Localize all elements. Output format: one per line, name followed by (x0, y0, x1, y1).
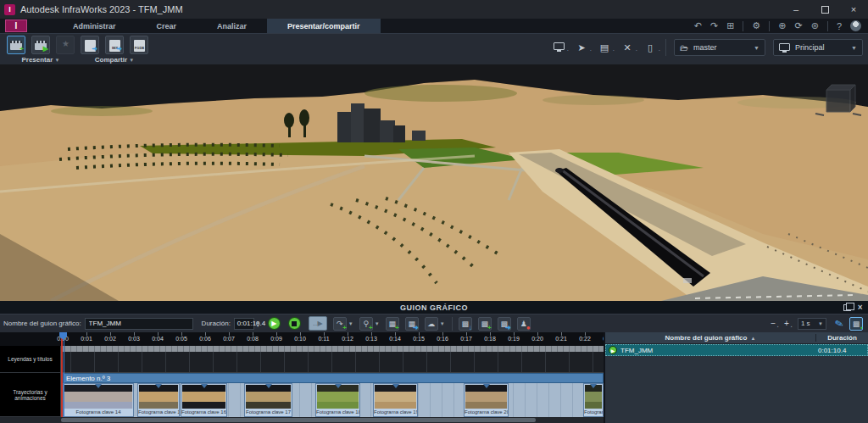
float-panel-icon[interactable] (843, 304, 851, 311)
weather-effect-button[interactable]: ☁ (425, 317, 438, 331)
playhead-red-line[interactable] (61, 332, 63, 417)
tab-administrar[interactable]: Administrar (53, 19, 136, 33)
add-camera-path-button[interactable]: ↷+ (333, 317, 347, 331)
select-cursor-icon[interactable]: ➤ (574, 42, 589, 53)
utilities-tools-icon[interactable]: ✕ (620, 42, 635, 53)
user-avatar[interactable] (850, 20, 861, 31)
layout-windows-icon[interactable]: ⊞ (726, 20, 734, 31)
import-storyboard-button[interactable]: ▩↓ (459, 317, 472, 331)
storyboard-list-row[interactable]: ▶ TFM_JMM 0:01:10.4 (605, 344, 868, 356)
hill-vegetation (51, 106, 153, 116)
keyframe-strip[interactable]: Fotograma clave 14Fotograma clave 15Foto… (63, 383, 604, 417)
keyframe-marker-icon[interactable] (335, 384, 342, 388)
add-keyframe-button[interactable]: ▦+ (386, 317, 399, 331)
preview-play-button-disabled[interactable]: ‥▶ (309, 316, 327, 331)
keyframe-thumbnail[interactable]: Fotograma clave 18 (315, 383, 360, 417)
element-bar[interactable]: Elemento n.º 3 (63, 373, 604, 383)
redo-icon[interactable]: ↷ (710, 20, 718, 31)
settings-gear-icon[interactable]: ⚙ (752, 20, 760, 31)
window-title: Autodesk InfraWorks 2023 - TFM_JMM (20, 4, 183, 14)
list-header-duration[interactable]: Duración (815, 334, 868, 342)
play-presentation-button[interactable]: ▶ (31, 36, 50, 54)
measure-ruler-icon[interactable]: ▤ (597, 42, 612, 53)
export-storyboard-button[interactable]: ▩➜ (498, 317, 511, 331)
duration-input[interactable]: 0:01:10.4 (234, 318, 254, 330)
export-imx-button[interactable]: IMX➜ (105, 36, 124, 54)
timeline-ruler[interactable]: 0:000:010:020:030:040:050:060:070:080:09… (0, 332, 604, 346)
infraworks-app: I Autodesk InfraWorks 2023 - TFM_JMM – ×… (0, 0, 868, 423)
track-legends[interactable] (0, 352, 604, 373)
tab-analizar[interactable]: Analizar (197, 19, 267, 33)
keyframe-marker-icon[interactable] (392, 384, 399, 388)
keyframe-marker-icon[interactable] (155, 384, 162, 388)
keyframe-thumbnail[interactable]: Fotograma clave 16 (181, 383, 227, 417)
go-to-keyframe-button[interactable]: ▦➜ (405, 317, 419, 331)
create-storyboard-button[interactable]: + (7, 36, 25, 54)
close-button[interactable]: × (839, 0, 868, 19)
track-animations[interactable]: Elemento n.º 3 Fotograma clave 14Fotogra… (0, 373, 604, 417)
chevron-down-icon[interactable]: ▼ (440, 321, 445, 326)
keyframe-thumbnail[interactable]: Fotograma clave 19 (373, 383, 418, 417)
play-storyboard-button[interactable]: ▶ (268, 317, 281, 330)
viewport-settings-icon[interactable] (551, 42, 566, 53)
keyframe-marker-icon[interactable] (95, 384, 102, 388)
storyboard-view-toggle[interactable]: ▩▪ (849, 317, 863, 331)
keyframe-thumbnail[interactable]: Fotograma clave 15 (137, 383, 180, 417)
keyframe-thumbnail[interactable]: Fotograma clave 21 (583, 383, 604, 417)
snapshot-button[interactable]: ★ (56, 36, 75, 54)
export-fgdb-button[interactable]: FGDB (130, 36, 148, 54)
chevron-down-icon: ▼ (55, 58, 60, 63)
list-header-name[interactable]: Nombre del guion gráfico▲ (605, 334, 815, 342)
keyframe-thumbnail[interactable]: Fotograma clave 14 (63, 383, 134, 417)
arrow-badge: ➜ (413, 325, 419, 331)
keyframe-marker-icon[interactable] (590, 384, 597, 388)
timeline[interactable]: 0:000:010:020:030:040:050:060:070:080:09… (0, 332, 604, 423)
timeline-scrollbar[interactable] (0, 417, 604, 423)
add-storyboard-button[interactable]: ▩+ (478, 317, 492, 331)
time-unit-dropdown[interactable]: 1 s▼ (798, 318, 826, 330)
view-dropdown[interactable]: Principal ▼ (773, 39, 863, 56)
render-brush-icon[interactable]: ✎ (833, 316, 844, 330)
presentar-group-label[interactable]: Presentar ▼ (7, 56, 75, 64)
scrollbar-thumb[interactable] (61, 418, 536, 422)
help-icon[interactable]: ? (837, 21, 842, 31)
proposal-dropdown[interactable]: 🗁 master ▼ (674, 39, 765, 56)
chevron-down-icon[interactable]: ▼ (375, 321, 380, 326)
maximize-button[interactable] (810, 0, 839, 19)
keyframe-marker-icon[interactable] (265, 384, 272, 388)
cloud-share-icon[interactable]: ⊛ (811, 20, 819, 31)
chevron-down-icon[interactable]: ▼ (348, 321, 353, 326)
keyframe-thumbnail[interactable]: Fotograma clave 17 (244, 383, 292, 417)
tab-presentar-compartir[interactable]: Presentar/compartir (267, 19, 381, 33)
close-panel-icon[interactable]: × (858, 303, 863, 312)
storyboard-name-input[interactable] (85, 318, 193, 330)
sync-refresh-icon[interactable]: ⟳ (794, 20, 802, 31)
list-header[interactable]: Nombre del guion gráfico▲ Duración (605, 332, 868, 344)
infraworks-logo[interactable]: I (5, 19, 27, 32)
ruler-time-label: 0:09 (270, 336, 282, 342)
compartir-group-label[interactable]: Compartir ▼ (81, 56, 148, 64)
panel-book-icon[interactable]: ▯ (643, 42, 658, 53)
keyframe-preview-image (317, 385, 359, 409)
remove-element-button[interactable]: ♟● (517, 317, 531, 331)
duration-stepper[interactable]: ▲▼ (256, 320, 260, 327)
playhead-blue-line (64, 332, 64, 417)
keyframe-marker-icon[interactable] (483, 384, 490, 388)
row-play-icon[interactable]: ▶ (609, 346, 617, 354)
web-globe-icon[interactable]: ⊕ (778, 20, 786, 31)
share-view-button[interactable]: ➜ (81, 36, 99, 54)
zoom-out-timeline-button[interactable]: − (771, 319, 776, 328)
zoom-in-timeline-button[interactable]: + (784, 319, 789, 328)
viewport-3d[interactable] (0, 64, 868, 301)
keyframe-marker-icon[interactable] (201, 384, 208, 388)
app-icon: I (4, 4, 15, 15)
page-fgdb-icon: FGDB (134, 40, 145, 52)
record-storyboard-button[interactable] (288, 317, 301, 330)
storyboard-panel-titlebar: GUION GRÁFICO × (0, 301, 868, 314)
add-camera-position-button[interactable]: ⚲+ (359, 317, 373, 331)
minimize-button[interactable]: – (782, 0, 810, 19)
tab-crear[interactable]: Crear (136, 19, 198, 33)
keyframe-thumbnail[interactable]: Fotograma clave 20 (464, 383, 509, 417)
undo-icon[interactable]: ↶ (694, 20, 702, 31)
star-icon: ★ (62, 39, 70, 48)
